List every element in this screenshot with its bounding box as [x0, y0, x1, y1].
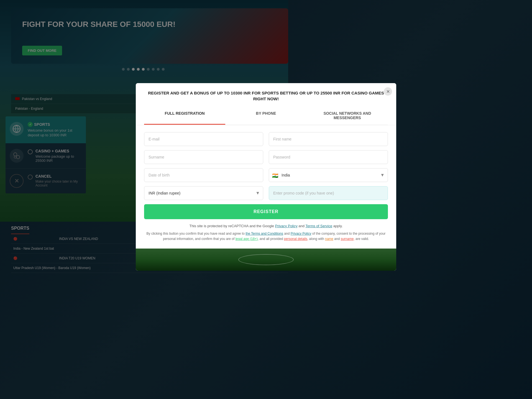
modal-body: 🇮🇳 India ▼ INR (Indian rupee) ▼ — [136, 125, 396, 249]
currency-field: INR (Indian rupee) ▼ — [144, 186, 263, 200]
terms-text: By clicking this button you confirm that… — [144, 231, 388, 242]
form-row-2 — [144, 150, 388, 164]
modal-stadium-image — [136, 249, 396, 271]
privacy-link[interactable]: Privacy Policy — [291, 232, 311, 236]
tab-by-phone[interactable]: BY PHONE — [225, 107, 306, 125]
surname-text: surname, — [341, 237, 355, 241]
email-input[interactable] — [144, 132, 263, 146]
surname-field — [144, 150, 263, 164]
privacy-policy-link[interactable]: Privacy Policy — [275, 224, 298, 228]
password-input[interactable] — [269, 150, 388, 164]
name-text: name — [325, 237, 333, 241]
form-row-4: INR (Indian rupee) ▼ — [144, 186, 388, 200]
modal-header: REGISTER AND GET A BONUS OF UP TO 10300 … — [136, 83, 396, 125]
password-field — [269, 150, 388, 164]
stadium-circle-marking — [238, 254, 294, 265]
modal-tabs: FULL REGISTRATION BY PHONE SOCIAL NETWOR… — [144, 107, 388, 125]
personal-details-text: personal details, — [284, 237, 308, 241]
modal-promo-text: REGISTER AND GET A BONUS OF UP TO 10300 … — [144, 90, 388, 102]
india-flag-icon: 🇮🇳 — [272, 173, 278, 177]
firstname-field — [269, 132, 388, 146]
promo-field — [269, 186, 388, 200]
country-field: 🇮🇳 India ▼ — [269, 168, 388, 182]
register-button[interactable]: REGISTER — [144, 204, 388, 219]
country-select[interactable]: India — [269, 168, 388, 182]
registration-modal: REGISTER AND GET A BONUS OF UP TO 10300 … — [136, 83, 396, 271]
dob-input[interactable] — [144, 168, 263, 182]
tab-social-networks[interactable]: SOCIAL NETWORKS AND MESSENGERS — [307, 107, 388, 125]
legal-age-text: legal age (18+), — [236, 237, 259, 241]
modal-overlay: REGISTER AND GET A BONUS OF UP TO 10300 … — [0, 0, 532, 399]
form-row-3: 🇮🇳 India ▼ — [144, 168, 388, 182]
email-field — [144, 132, 263, 146]
promo-input[interactable] — [269, 186, 388, 200]
surname-input[interactable] — [144, 150, 263, 164]
currency-select[interactable]: INR (Indian rupee) — [144, 186, 263, 200]
tab-full-registration[interactable]: FULL REGISTRATION — [144, 107, 225, 125]
modal-close-button[interactable]: ✕ — [384, 87, 392, 96]
dob-field — [144, 168, 263, 182]
terms-conditions-link[interactable]: the Terms and Conditions — [245, 232, 283, 236]
form-row-1 — [144, 132, 388, 146]
firstname-input[interactable] — [269, 132, 388, 146]
captcha-text: This site is protected by reCAPTCHA and … — [144, 223, 388, 229]
terms-of-service-link[interactable]: Terms of Service — [305, 224, 332, 228]
